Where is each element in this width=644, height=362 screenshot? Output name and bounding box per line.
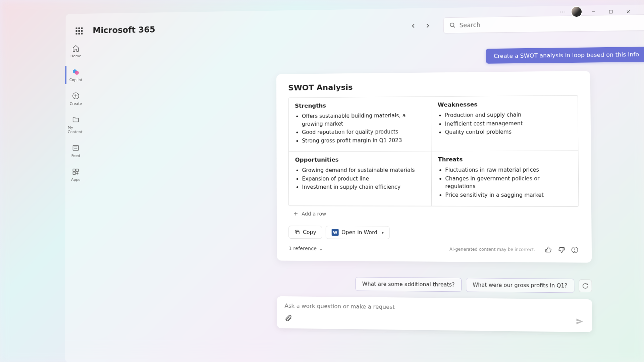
header: Microsoft 365 <box>66 11 644 41</box>
composer[interactable] <box>277 296 592 332</box>
chevron-down-icon: ⌄ <box>319 246 323 251</box>
back-button[interactable] <box>408 20 419 32</box>
brand-title: Microsoft 365 <box>93 25 155 35</box>
sidebar-item-copilot[interactable]: Copilot <box>65 66 86 84</box>
swot-item: Good reputation for quality products <box>302 128 425 136</box>
swot-item: Changes in government policies or regula… <box>445 175 572 190</box>
app-window: Microsoft 365 Create a SWOT analysis in … <box>65 4 644 362</box>
card-footer: 1 reference ⌄ AI-generated content may b… <box>288 244 579 254</box>
window-titlebar: ··· <box>559 6 635 17</box>
swot-table: Strengths Offers sustainable building ma… <box>288 95 579 207</box>
refresh-suggestions-button[interactable] <box>579 280 592 292</box>
swot-heading: Opportunities <box>295 156 425 163</box>
forward-button[interactable] <box>422 20 433 31</box>
swot-item: Production and supply chain <box>445 111 571 119</box>
sidebar-item-home[interactable]: Home <box>66 42 86 60</box>
suggestion-chip[interactable]: What are some additional threats? <box>356 277 462 292</box>
swot-item: Expansion of product line <box>302 175 425 182</box>
svg-rect-14 <box>73 172 75 174</box>
avatar[interactable] <box>571 6 582 17</box>
feedback-buttons <box>544 246 579 254</box>
swot-weaknesses: Weaknesses Production and supply chain I… <box>431 96 578 152</box>
suggestion-row: What are some additional threats? What w… <box>277 276 592 293</box>
svg-rect-9 <box>73 145 78 150</box>
swot-threats: Threats Fluctuations in raw material pri… <box>431 151 578 206</box>
sidebar-item-label: Apps <box>71 177 80 182</box>
copy-icon <box>294 230 300 235</box>
svg-point-22 <box>575 251 575 251</box>
references-toggle[interactable]: 1 reference ⌄ <box>289 246 323 251</box>
sidebar-item-label: Feed <box>71 154 80 158</box>
apps-icon <box>71 167 80 176</box>
sidebar-item-apps[interactable]: Apps <box>66 165 86 184</box>
swot-item: Fluctuations in raw material prices <box>445 166 572 174</box>
disclaimer-text: AI-generated content may be incorrect. <box>449 247 535 252</box>
sidebar: Home Copilot Create My Content Feed Apps <box>64 22 88 184</box>
swot-item: Growing demand for sustainable materials <box>302 166 425 174</box>
swot-item: Offers sustainable building materials, a… <box>302 112 425 128</box>
card-title: SWOT Analysis <box>288 81 578 92</box>
composer-input[interactable] <box>284 303 584 312</box>
send-button[interactable] <box>575 317 584 326</box>
svg-rect-1 <box>609 10 612 13</box>
sidebar-item-label: My Content <box>68 125 84 134</box>
plus-icon: + <box>293 210 298 217</box>
sidebar-item-feed[interactable]: Feed <box>66 141 86 160</box>
add-row-button[interactable]: + Add a row <box>288 206 579 222</box>
sidebar-item-create[interactable]: Create <box>66 89 86 108</box>
close-button[interactable] <box>622 7 635 16</box>
report-button[interactable] <box>570 246 579 254</box>
swot-heading: Weaknesses <box>438 101 571 108</box>
folder-icon <box>71 115 80 124</box>
feed-icon <box>71 143 80 152</box>
suggestion-chip[interactable]: What were our gross profits in Q1? <box>466 278 575 293</box>
open-word-button[interactable]: W Open in Word ▾ <box>326 226 390 239</box>
thumbs-down-button[interactable] <box>557 246 566 254</box>
swot-item: Price sensitivity in a sagging market <box>445 191 572 199</box>
card-actions: Copy W Open in Word ▾ <box>288 226 579 240</box>
swot-opportunities: Opportunities Growing demand for sustain… <box>289 152 432 206</box>
more-icon[interactable]: ··· <box>559 8 566 15</box>
swot-item: Inefficient cost management <box>445 119 571 128</box>
copy-label: Copy <box>303 229 316 236</box>
home-icon <box>71 44 80 53</box>
sidebar-item-label: Create <box>70 102 82 106</box>
open-word-label: Open in Word <box>341 229 377 236</box>
nav-arrows <box>408 20 433 32</box>
swot-heading: Strengths <box>295 102 424 109</box>
swot-item: Strong gross profit margin in Q1 2023 <box>302 136 425 145</box>
svg-rect-19 <box>297 231 299 234</box>
svg-rect-12 <box>73 169 75 171</box>
svg-point-5 <box>75 71 79 75</box>
sidebar-item-label: Home <box>70 54 81 58</box>
references-label: 1 reference <box>289 246 317 251</box>
word-icon: W <box>332 229 339 236</box>
minimize-button[interactable] <box>587 7 600 16</box>
search-icon <box>449 22 456 28</box>
plus-circle-icon <box>71 92 80 100</box>
search-input[interactable] <box>460 19 641 29</box>
chevron-down-icon: ▾ <box>382 230 384 235</box>
swot-item: Quality control problems <box>445 128 572 136</box>
swot-item: Investment in supply chain efficiency <box>302 183 425 191</box>
copilot-icon <box>71 68 80 76</box>
add-row-label: Add a row <box>302 211 326 217</box>
thumbs-up-button[interactable] <box>544 246 553 254</box>
svg-rect-13 <box>76 169 78 171</box>
sidebar-item-mycontent[interactable]: My Content <box>66 113 86 136</box>
svg-point-17 <box>450 23 454 27</box>
chat-column: Create a SWOT analysis in loop based on … <box>187 47 644 362</box>
svg-line-18 <box>453 26 455 28</box>
attach-button[interactable] <box>285 314 292 322</box>
sidebar-item-label: Copilot <box>69 78 83 82</box>
copy-button[interactable]: Copy <box>288 226 322 239</box>
user-message: Create a SWOT analysis in loop based on … <box>486 47 644 63</box>
maximize-button[interactable] <box>604 7 617 16</box>
swot-heading: Threats <box>438 156 572 163</box>
ai-response-card: SWOT Analysis Strengths Offers sustainab… <box>276 71 592 262</box>
swot-strengths: Strengths Offers sustainable building ma… <box>288 97 431 152</box>
